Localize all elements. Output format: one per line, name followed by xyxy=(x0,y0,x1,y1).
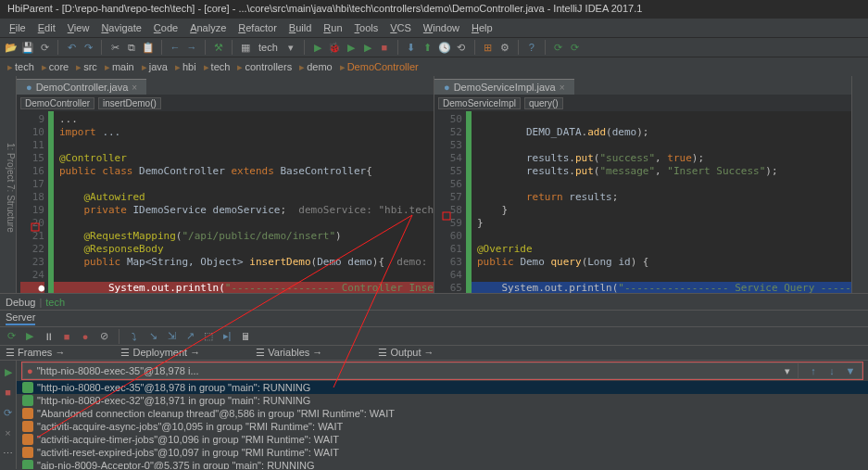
debug-tab-server[interactable]: Server xyxy=(6,311,35,325)
line-number[interactable]: 50 xyxy=(438,113,462,126)
line-number[interactable]: 21 xyxy=(20,230,44,243)
rerun-icon[interactable]: ⟳ xyxy=(4,329,19,344)
line-number[interactable]: 52 xyxy=(438,126,462,139)
code-line[interactable]: @Controller xyxy=(54,152,434,165)
code-line[interactable] xyxy=(472,178,851,191)
breadcrumb-item[interactable]: ▸core xyxy=(38,61,72,73)
line-number[interactable]: 17 xyxy=(20,178,44,191)
breadcrumb-item[interactable]: ▸main xyxy=(101,61,138,73)
dbg-update-icon[interactable]: ⟳ xyxy=(1,405,16,420)
line-number[interactable]: 9 xyxy=(20,113,44,126)
code-line[interactable]: } xyxy=(472,204,851,217)
step-out-icon[interactable]: ↗ xyxy=(182,329,197,344)
menu-item[interactable]: View xyxy=(62,20,95,35)
jrebel-debug-icon[interactable]: ⟳ xyxy=(568,40,583,55)
code-line[interactable] xyxy=(472,269,851,282)
step-into-icon[interactable]: ↘ xyxy=(145,329,160,344)
line-number[interactable]: 54 xyxy=(438,152,462,165)
breadcrumb-item[interactable]: ▸demo xyxy=(296,61,336,73)
dbg-x-icon[interactable]: × xyxy=(1,426,16,440)
open-icon[interactable]: 📂 xyxy=(4,40,19,55)
code-line[interactable]: @RequestMapping("/api/public/demo/insert… xyxy=(54,230,434,243)
evaluate-icon[interactable]: 🖩 xyxy=(238,329,253,344)
editor-tab[interactable]: ● DemoServiceImpl.java × xyxy=(434,79,574,95)
line-number[interactable]: 56 xyxy=(438,178,462,191)
code-line[interactable] xyxy=(472,230,851,243)
stop-icon[interactable]: ■ xyxy=(377,40,392,55)
vcs-revert-icon[interactable]: ⟲ xyxy=(454,40,469,55)
breadcrumb-item[interactable]: ▸java xyxy=(138,61,171,73)
close-icon[interactable]: × xyxy=(132,83,137,93)
drop-frame-icon[interactable]: ⬚ xyxy=(201,329,216,344)
line-number[interactable]: 59 xyxy=(438,217,462,230)
menu-item[interactable]: Analyze xyxy=(184,20,232,35)
force-step-icon[interactable]: ⇲ xyxy=(164,329,179,344)
runconf-icon[interactable]: ▦ xyxy=(238,40,253,55)
code-line[interactable]: DEMO_DATA.add(demo); xyxy=(472,126,851,139)
menu-item[interactable]: Run xyxy=(318,20,347,35)
sync-icon[interactable]: ⟳ xyxy=(37,40,52,55)
debug-section-tab[interactable]: ☰ Output → xyxy=(378,347,434,359)
editor-tab[interactable]: ● DemoController.java × xyxy=(17,79,146,95)
thread-row[interactable]: "Abandoned connection cleanup thread"@8,… xyxy=(17,407,868,420)
code-line[interactable]: import ... xyxy=(54,126,434,139)
run-icon[interactable]: ▶ xyxy=(310,40,325,55)
code-line[interactable] xyxy=(472,139,851,152)
structure-icon[interactable]: ⊞ xyxy=(481,40,496,55)
menu-item[interactable]: Code xyxy=(148,20,183,35)
step-over-icon[interactable]: ⤵ xyxy=(127,329,142,344)
line-number[interactable]: ● 25 xyxy=(20,282,44,293)
line-number[interactable]: 22 xyxy=(20,243,44,256)
line-number[interactable]: 57 xyxy=(438,191,462,204)
thread-row[interactable]: "http-nio-8080-exec-32"@18,971 in group … xyxy=(17,394,868,407)
run-to-cursor-icon[interactable]: ▸| xyxy=(220,329,234,344)
breadcrumb-item[interactable]: ▸DemoController xyxy=(336,61,422,73)
menu-item[interactable]: File xyxy=(4,20,31,35)
dbg-stop-icon[interactable]: ■ xyxy=(1,385,16,400)
code-line[interactable]: public Demo query(Long id) { xyxy=(472,256,851,269)
menu-item[interactable]: Navigate xyxy=(95,20,146,35)
code-line[interactable]: return results; xyxy=(472,191,851,204)
menu-item[interactable]: VCS xyxy=(384,20,417,35)
line-number[interactable]: 24 xyxy=(20,269,44,282)
debug-section-tab[interactable]: ☰ Frames → xyxy=(6,347,65,359)
line-number[interactable]: 55 xyxy=(438,165,462,178)
cut-icon[interactable]: ✂ xyxy=(107,40,122,55)
editor-bc-chip[interactable]: insertDemo() xyxy=(98,97,161,109)
code-line[interactable] xyxy=(54,217,434,230)
debug-icon[interactable]: 🐞 xyxy=(327,40,342,55)
menu-item[interactable]: Window xyxy=(418,20,465,35)
runconf-select[interactable]: tech xyxy=(255,42,282,53)
resume-icon[interactable]: ▶ xyxy=(22,329,37,344)
breadcrumb-item[interactable]: ▸hbi xyxy=(171,61,200,73)
menu-item[interactable]: Help xyxy=(466,20,498,35)
redo-icon[interactable]: ↷ xyxy=(81,40,95,55)
undo-icon[interactable]: ↶ xyxy=(64,40,79,55)
forward-icon[interactable]: → xyxy=(184,40,199,55)
code-line[interactable]: results.put("success", true); xyxy=(472,152,851,165)
debug-config[interactable]: tech xyxy=(45,297,65,308)
line-number[interactable]: 64 xyxy=(438,269,462,282)
dropdown-icon[interactable]: ▾ xyxy=(283,40,298,55)
code-line[interactable] xyxy=(472,113,851,126)
help-icon[interactable]: ? xyxy=(524,40,539,55)
code-line[interactable]: results.put("message", "Insert Success")… xyxy=(472,165,851,178)
code-line[interactable]: } xyxy=(472,217,851,230)
menu-item[interactable]: Refactor xyxy=(233,20,283,35)
code-line[interactable]: System.out.println("----------------- Se… xyxy=(472,282,851,293)
back-icon[interactable]: ← xyxy=(168,40,182,55)
thread-row[interactable]: "activiti-acquire-timer-jobs"@10,096 in … xyxy=(17,433,868,446)
line-number[interactable]: 20 xyxy=(20,217,44,230)
line-number[interactable]: 16 xyxy=(20,165,44,178)
code-line[interactable]: private IDemoService demoService; demoSe… xyxy=(54,204,434,217)
line-number[interactable]: 65 xyxy=(438,282,462,293)
tool-window-tab[interactable]: 7: Structure xyxy=(6,184,16,233)
next-frame-icon[interactable]: ↓ xyxy=(824,363,839,378)
breadcrumb-item[interactable]: ▸tech xyxy=(4,61,38,73)
copy-icon[interactable]: ⧉ xyxy=(124,40,139,55)
thread-selector[interactable]: ● "http-nio-8080-exec-35"@18,978 i... ▾ … xyxy=(22,362,862,379)
thread-row[interactable]: "http-nio-8080-exec-35"@18,978 in group … xyxy=(17,381,868,394)
line-number[interactable]: 63 xyxy=(438,256,462,269)
breadcrumb-item[interactable]: ▸tech xyxy=(200,61,234,73)
close-icon[interactable]: × xyxy=(560,83,565,93)
